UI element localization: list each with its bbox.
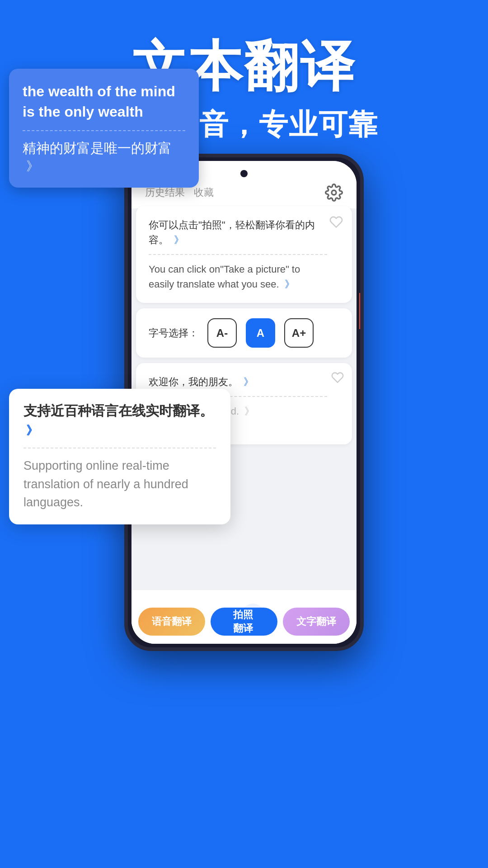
source-text-2: 欢迎你，我的朋友。 》 xyxy=(149,374,327,389)
tooltip-english-text: the wealth of the mind is the only wealt… xyxy=(23,81,185,122)
speaker-icon-4[interactable]: 》 xyxy=(244,404,254,419)
translation-card-1: 你可以点击"拍照"，轻松翻译你看的内容。 》 You can click on"… xyxy=(136,206,352,303)
favorite-icon-1[interactable] xyxy=(329,215,343,229)
font-small-button[interactable]: A- xyxy=(207,318,237,348)
svg-point-0 xyxy=(332,190,336,195)
tooltip-card-chinese: 支持近百种语言在线实时翻译。 》 Supporting online real-… xyxy=(9,389,230,524)
tooltip-eng-text: Supporting online real-time translation … xyxy=(23,457,216,512)
speaker-icon-1[interactable]: 》 xyxy=(174,232,184,247)
photo-translate-button[interactable]: 拍照翻译 xyxy=(211,608,277,636)
text-translate-button[interactable]: 文字翻译 xyxy=(283,608,350,636)
speaker-icon-2[interactable]: 》 xyxy=(285,277,295,292)
favorite-icon-2[interactable] xyxy=(331,371,344,384)
font-size-card: 字号选择： A- A A+ xyxy=(136,308,352,358)
tab-favorites[interactable]: 收藏 xyxy=(194,186,214,199)
font-large-button[interactable]: A+ xyxy=(284,318,314,348)
target-text-1: You can click on"Take a picture" to easi… xyxy=(149,262,327,292)
tooltip-cn-text: 支持近百种语言在线实时翻译。 》 xyxy=(23,401,216,439)
speaker-icon-3[interactable]: 》 xyxy=(244,374,253,389)
tooltip-card-english: the wealth of the mind is the only wealt… xyxy=(9,69,199,188)
tab-history[interactable]: 历史结果 xyxy=(145,186,185,199)
source-text-1: 你可以点击"拍照"，轻松翻译你看的内容。 》 xyxy=(149,217,327,247)
voice-translate-button[interactable]: 语音翻译 xyxy=(138,608,205,636)
app-tabs: 历史结果 收藏 xyxy=(145,186,214,199)
volume-button xyxy=(359,293,363,329)
settings-icon[interactable] xyxy=(325,184,343,202)
tooltip-speaker-icon-2[interactable]: 》 xyxy=(26,424,38,437)
action-buttons-row: 语音翻译 拍照翻译 文字翻译 xyxy=(131,608,357,644)
tooltip-speaker-icon[interactable]: 》 xyxy=(26,159,39,173)
tooltip-chinese-text: 精神的财富是唯一的财富 》 xyxy=(23,139,185,175)
camera-notch xyxy=(240,170,248,177)
font-medium-button[interactable]: A xyxy=(246,318,275,348)
font-size-label: 字号选择： xyxy=(149,326,198,340)
